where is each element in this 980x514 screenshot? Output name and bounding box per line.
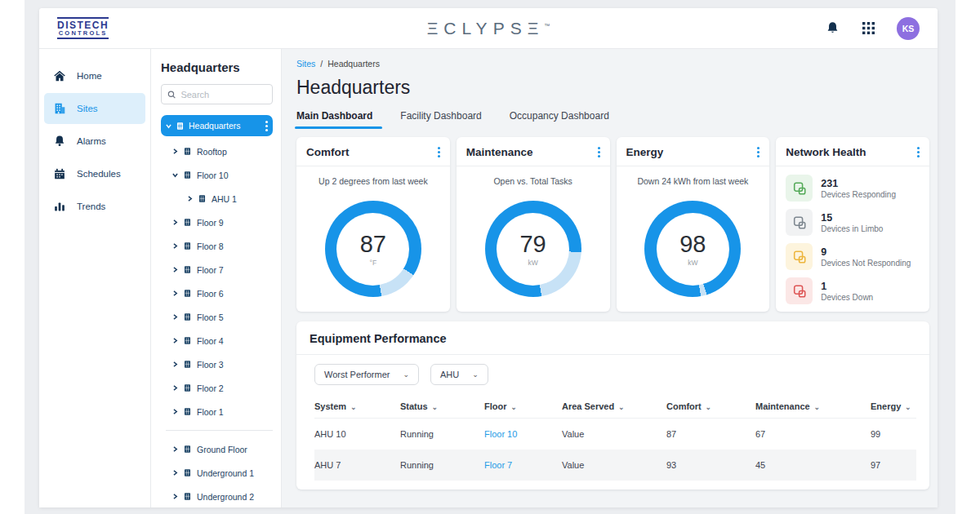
tree-node-floor-10[interactable]: Floor 10 (161, 163, 273, 187)
device-warning-icon (786, 243, 813, 270)
building-icon (183, 218, 192, 227)
building-icon (183, 407, 192, 416)
tree-node-underground-2[interactable]: Underground 2 (161, 485, 273, 507)
sidebar-item-home[interactable]: Home (44, 60, 145, 91)
chevron-right-icon (172, 290, 178, 296)
chevron-right-icon (172, 148, 178, 154)
tree-node-floor-6[interactable]: Floor 6 (161, 281, 273, 305)
building-icon (183, 468, 192, 477)
tree-list: Rooftop Floor 10 AHU 1 Floor 9 (161, 140, 273, 507)
equipment-table: System⌄ Status⌄ Floor⌄ Area Served⌄ Comf… (314, 394, 916, 490)
dashboard-tabs: Main Dashboard Facility Dashboard Occupa… (296, 110, 929, 129)
gauge-unit: kW (688, 259, 697, 267)
tree-node-floor-1[interactable]: Floor 1 (161, 400, 273, 423)
main-content: Sites / Headquarters Headquarters Main D… (282, 49, 938, 507)
device-ok-icon (786, 175, 813, 202)
card-menu-kebab-icon[interactable] (438, 147, 440, 157)
devices-not-responding-row: 9 Devices Not Responding (786, 243, 920, 270)
tree-node-underground-1[interactable]: Underground 1 (161, 461, 273, 485)
sidebar-item-sites[interactable]: Sites (44, 93, 145, 124)
table-row: AHU 10 Running Floor 10 Value 87 67 99 (314, 419, 916, 450)
gauge-unit: °F (370, 259, 377, 267)
column-header-floor[interactable]: Floor⌄ (484, 401, 562, 411)
chevron-right-icon (172, 361, 178, 367)
node-menu-kebab-icon[interactable] (265, 121, 268, 131)
notifications-bell-icon[interactable] (825, 20, 840, 36)
app-grid-icon[interactable] (862, 21, 875, 35)
card-subtitle: Open vs. Total Tasks (457, 176, 610, 186)
tree-node-ground-floor[interactable]: Ground Floor (161, 437, 273, 461)
building-icon (183, 336, 192, 345)
user-avatar[interactable]: KS (897, 17, 920, 40)
tree-node-floor-7[interactable]: Floor 7 (161, 258, 273, 281)
chevron-down-icon (166, 123, 172, 129)
devices-responding-row: 231 Devices Responding (786, 175, 920, 202)
sidebar-item-label: Trends (77, 202, 105, 211)
chevron-right-icon (172, 385, 178, 391)
table-row: AHU 5 Running Floor 5 Value 87 32 98 (314, 481, 916, 490)
tree-node-ahu-1[interactable]: AHU 1 (161, 187, 273, 210)
sidebar-item-schedules[interactable]: Schedules (44, 158, 145, 189)
chevron-right-icon (172, 409, 178, 414)
chevron-down-icon (172, 172, 178, 178)
building-icon (183, 492, 192, 501)
floor-link[interactable]: Floor 7 (484, 460, 562, 470)
card-title: Network Health (786, 146, 866, 158)
tree-node-floor-8[interactable]: Floor 8 (161, 234, 273, 258)
tab-main-dashboard[interactable]: Main Dashboard (296, 110, 372, 129)
chevron-right-icon (172, 314, 178, 320)
building-icon (183, 383, 192, 392)
tree-search[interactable] (161, 84, 273, 104)
tab-occupancy-dashboard[interactable]: Occupancy Dashboard (510, 110, 609, 129)
tree-node-floor-4[interactable]: Floor 4 (161, 329, 273, 352)
chevron-right-icon (172, 446, 178, 452)
tree-node-floor-2[interactable]: Floor 2 (161, 376, 273, 400)
sidebar-item-label: Sites (77, 104, 98, 113)
column-header-maintenance[interactable]: Maintenance⌄ (755, 401, 871, 411)
search-icon (167, 90, 176, 100)
column-header-status[interactable]: Status⌄ (400, 401, 484, 411)
sidebar-item-trends[interactable]: Trends (44, 191, 145, 222)
breadcrumb-separator: / (320, 59, 323, 69)
device-down-icon (786, 277, 813, 304)
building-icon (183, 241, 192, 250)
card-menu-kebab-icon[interactable] (757, 147, 760, 157)
column-header-area-served[interactable]: Area Served⌄ (562, 401, 666, 411)
card-menu-kebab-icon[interactable] (598, 147, 600, 157)
home-icon (52, 69, 67, 83)
tree-node-rooftop[interactable]: Rooftop (161, 140, 273, 163)
sidebar-item-alarms[interactable]: Alarms (44, 126, 145, 157)
building-icon (183, 360, 192, 369)
floor-link[interactable]: Floor 10 (484, 429, 562, 439)
breadcrumb: Sites / Headquarters (296, 59, 929, 69)
building-icon (183, 312, 192, 321)
tree-node-label: Headquarters (189, 121, 241, 131)
trademark: ™ (544, 23, 550, 29)
search-input[interactable] (180, 90, 266, 100)
equipment-performance-panel: Equipment Performance Worst Performer ⌄ … (296, 321, 929, 490)
sidebar-item-label: Home (77, 71, 102, 81)
tree-node-floor-3[interactable]: Floor 3 (161, 352, 273, 376)
table-header-row: System⌄ Status⌄ Floor⌄ Area Served⌄ Comf… (314, 394, 916, 419)
network-health-card: Network Health 231 Devices Responding (776, 137, 929, 312)
chevron-right-icon (172, 219, 178, 225)
top-header: DISTECH CONTROLS ΞCLYPSΞ™ KS (39, 8, 938, 49)
building-icon (183, 147, 192, 156)
tree-node-headquarters-selected[interactable]: Headquarters (161, 115, 273, 136)
eclypse-logo: ΞCLYPSΞ™ (39, 19, 938, 38)
tree-node-floor-5[interactable]: Floor 5 (161, 305, 273, 329)
tab-facility-dashboard[interactable]: Facility Dashboard (400, 110, 481, 129)
tree-node-floor-9[interactable]: Floor 9 (161, 210, 273, 234)
bar-chart-icon (52, 199, 67, 214)
card-subtitle: Up 2 degrees from last week (296, 176, 450, 186)
gauge-value: 79 (519, 231, 546, 258)
calendar-icon (52, 166, 67, 181)
column-header-comfort[interactable]: Comfort⌄ (666, 401, 755, 411)
column-header-energy[interactable]: Energy⌄ (871, 401, 916, 411)
breadcrumb-sites-link[interactable]: Sites (296, 59, 315, 69)
performer-filter-select[interactable]: Worst Performer ⌄ (314, 364, 419, 385)
system-type-filter-select[interactable]: AHU ⌄ (430, 364, 488, 385)
sites-icon (52, 101, 67, 116)
column-header-system[interactable]: System⌄ (314, 401, 400, 411)
card-menu-kebab-icon[interactable] (917, 147, 920, 157)
